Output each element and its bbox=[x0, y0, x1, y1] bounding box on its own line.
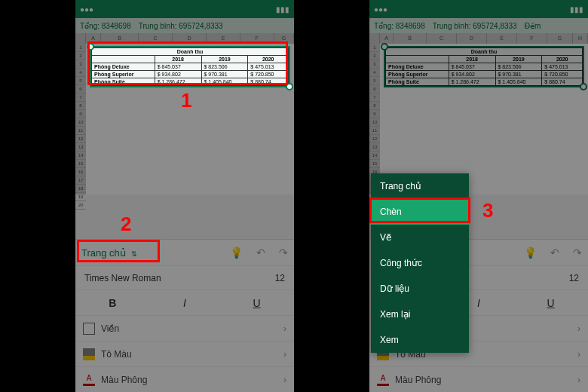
spreadsheet-grid[interactable]: Doanh thu 2018 2019 2020 Phòng Deluxe $ … bbox=[86, 44, 294, 194]
summary-bar: Tổng: 8348698 Trung bình: 695724,8333 Đế… bbox=[369, 18, 588, 33]
font-size[interactable]: 12 bbox=[275, 273, 285, 283]
row-headers: 12345 678910 1112131415 1617181920 bbox=[75, 44, 86, 194]
underline-button[interactable]: U bbox=[253, 297, 261, 309]
font-name[interactable]: Times New Roman bbox=[84, 273, 161, 283]
menu-item-view[interactable]: Xem bbox=[371, 327, 469, 353]
avg-label: Trung bình: 695724,8333 bbox=[139, 22, 223, 30]
column-headers: A B C D E F G H bbox=[369, 33, 588, 44]
selection-handle-tl[interactable] bbox=[381, 43, 388, 51]
menu-item-home[interactable]: Trang chủ bbox=[371, 173, 469, 199]
italic-button[interactable]: I bbox=[183, 297, 186, 309]
selection-handle-tl[interactable] bbox=[87, 43, 94, 51]
menu-item-formula[interactable]: Công thức bbox=[371, 250, 469, 276]
callout-2: 2 bbox=[121, 213, 131, 236]
lightbulb-icon[interactable]: 💡 bbox=[230, 247, 243, 259]
bold-button[interactable]: B bbox=[109, 297, 116, 309]
spreadsheet-grid[interactable]: Doanh thu 2018 2019 2020 Phòng Deluxe$ 8… bbox=[380, 44, 588, 194]
callout-1: 1 bbox=[181, 89, 191, 112]
fontcolor-icon: A bbox=[83, 374, 95, 386]
chevron-right-icon: › bbox=[283, 349, 286, 360]
undo-icon[interactable]: ↶ bbox=[256, 247, 265, 259]
chevron-right-icon: › bbox=[283, 323, 286, 334]
callout-3: 3 bbox=[482, 199, 493, 222]
status-bar: ●●● ▮▮▮ bbox=[75, 0, 294, 18]
redo-icon[interactable]: ↷ bbox=[279, 247, 288, 259]
screen-left: ●●● ▮▮▮ Tổng: 8348698 Trung bình: 695724… bbox=[75, 0, 294, 392]
bucket-icon bbox=[83, 348, 95, 360]
redo-icon[interactable]: ↷ bbox=[573, 247, 582, 259]
sum-label: Tổng: 8348698 bbox=[80, 22, 131, 30]
menu-item-review[interactable]: Xem lại bbox=[371, 302, 469, 327]
border-icon bbox=[83, 323, 95, 335]
summary-bar: Tổng: 8348698 Trung bình: 695724,8333 bbox=[75, 18, 294, 33]
menu-item-draw[interactable]: Vẽ bbox=[371, 225, 469, 250]
fontcolor-icon: A bbox=[377, 374, 389, 386]
font-size[interactable]: 12 bbox=[569, 273, 579, 283]
status-bar: ●●● ▮▮▮ bbox=[369, 0, 588, 18]
font-color-button[interactable]: A Màu Phông › bbox=[75, 366, 294, 392]
menu-item-insert[interactable]: Chèn bbox=[371, 199, 469, 225]
undo-icon[interactable]: ↶ bbox=[550, 247, 559, 259]
chevron-right-icon: › bbox=[283, 375, 286, 385]
selection-handle-br[interactable] bbox=[580, 83, 587, 90]
toolbar: Trang chủ 💡 ↶ ↷ Times New Roman 12 B I U… bbox=[75, 239, 294, 392]
lightbulb-icon[interactable]: 💡 bbox=[524, 247, 537, 259]
font-color-button[interactable]: A Màu Phông› bbox=[369, 366, 588, 392]
tab-selector[interactable]: Trang chủ bbox=[81, 247, 137, 259]
notif-icon: ●●● bbox=[80, 5, 93, 14]
screen-right: ●●● ▮▮▮ Tổng: 8348698 Trung bình: 695724… bbox=[369, 0, 588, 392]
revenue-table[interactable]: Doanh thu 2018 2019 2020 Phòng Deluxe$ 8… bbox=[384, 47, 583, 87]
signal-icon: ▮▮▮ bbox=[276, 5, 289, 14]
tab-menu: Trang chủ Chèn Vẽ Công thức Dữ liệu Xem … bbox=[371, 173, 469, 353]
fill-color-button[interactable]: Tô Màu › bbox=[75, 341, 294, 366]
selection-handle-br[interactable] bbox=[286, 83, 293, 90]
column-headers: A B C D E F G bbox=[75, 33, 294, 44]
border-button[interactable]: Viền › bbox=[75, 315, 294, 341]
revenue-table[interactable]: Doanh thu 2018 2019 2020 Phòng Deluxe $ … bbox=[90, 47, 289, 87]
italic-button[interactable]: I bbox=[477, 297, 480, 309]
menu-item-data[interactable]: Dữ liệu bbox=[371, 276, 469, 302]
chevron-updown-icon bbox=[129, 247, 137, 259]
underline-button[interactable]: U bbox=[547, 297, 555, 309]
